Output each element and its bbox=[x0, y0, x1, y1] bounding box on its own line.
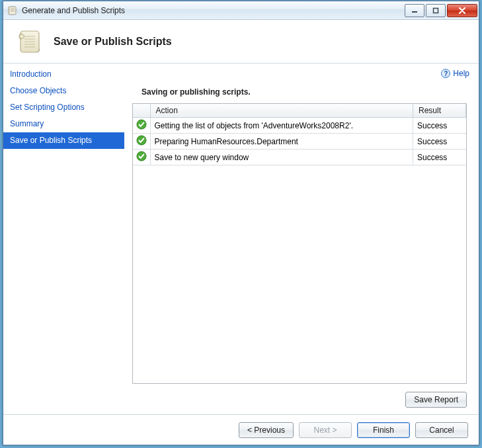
help-link[interactable]: ? Help bbox=[441, 69, 469, 78]
success-icon bbox=[136, 151, 147, 161]
wizard-sidebar: Introduction Choose Objects Set Scriptin… bbox=[3, 64, 124, 414]
page-title: Save or Publish Scripts bbox=[54, 36, 172, 48]
main-panel: ? Help Saving or publishing scripts. Act… bbox=[124, 64, 479, 414]
table-row: Save to new query window Success bbox=[133, 150, 466, 165]
table-row: Preparing HumanResources.Department Succ… bbox=[133, 134, 466, 150]
status-cell bbox=[133, 150, 150, 165]
close-button[interactable] bbox=[447, 4, 477, 17]
sidebar-item-choose-objects[interactable]: Choose Objects bbox=[3, 83, 124, 99]
col-action: Action bbox=[150, 104, 413, 118]
status-cell bbox=[133, 134, 150, 150]
titlebar[interactable]: Generate and Publish Scripts bbox=[3, 1, 479, 20]
svg-rect-5 bbox=[434, 8, 438, 13]
maximize-button[interactable] bbox=[426, 4, 446, 17]
section-title: Saving or publishing scripts. bbox=[141, 87, 468, 97]
result-cell: Success bbox=[413, 134, 466, 150]
help-icon: ? bbox=[441, 69, 450, 78]
success-icon bbox=[136, 119, 147, 130]
sidebar-item-summary[interactable]: Summary bbox=[3, 116, 124, 132]
wizard-header: Save or Publish Scripts bbox=[3, 20, 479, 64]
script-icon bbox=[7, 5, 18, 16]
scroll-icon bbox=[15, 27, 44, 56]
result-cell: Success bbox=[413, 150, 466, 165]
cancel-button[interactable]: Cancel bbox=[415, 422, 468, 438]
svg-point-6 bbox=[20, 34, 24, 38]
progress-table: Action Result Getting the list of object… bbox=[132, 103, 467, 384]
previous-button[interactable]: < Previous bbox=[239, 422, 294, 438]
sidebar-item-set-scripting-options[interactable]: Set Scripting Options bbox=[3, 99, 124, 116]
help-label: Help bbox=[453, 69, 469, 78]
wizard-footer: < Previous Next > Finish Cancel bbox=[3, 414, 479, 445]
next-button: Next > bbox=[299, 422, 352, 438]
action-cell: Save to new query window bbox=[150, 150, 413, 165]
wizard-window: Generate and Publish Scripts bbox=[3, 1, 479, 445]
window-controls bbox=[405, 4, 477, 17]
table-header-row: Action Result bbox=[133, 104, 466, 118]
save-report-button[interactable]: Save Report bbox=[405, 392, 467, 408]
action-cell: Getting the list of objects from 'Advent… bbox=[150, 118, 413, 134]
minimize-button[interactable] bbox=[405, 4, 424, 17]
action-cell: Preparing HumanResources.Department bbox=[150, 134, 413, 150]
result-cell: Success bbox=[413, 118, 466, 134]
finish-button[interactable]: Finish bbox=[357, 422, 410, 438]
col-result: Result bbox=[413, 104, 466, 118]
window-title: Generate and Publish Scripts bbox=[22, 6, 125, 15]
svg-rect-0 bbox=[9, 7, 16, 15]
sidebar-item-introduction[interactable]: Introduction bbox=[3, 66, 124, 83]
table-row: Getting the list of objects from 'Advent… bbox=[133, 118, 466, 134]
col-status bbox=[133, 104, 150, 118]
success-icon bbox=[136, 135, 147, 146]
status-cell bbox=[133, 118, 150, 134]
sidebar-item-save-or-publish[interactable]: Save or Publish Scripts bbox=[3, 132, 124, 149]
